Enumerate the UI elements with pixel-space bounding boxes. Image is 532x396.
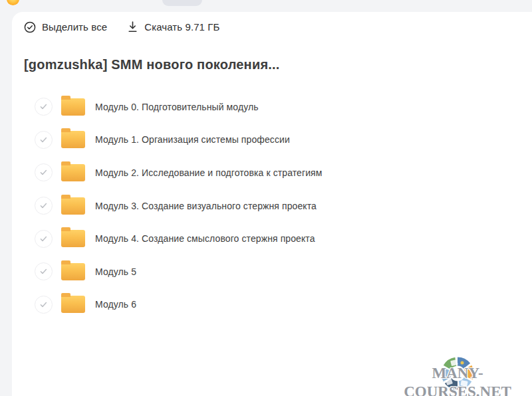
folder-name: Модуль 1. Организация системы профессии	[95, 134, 290, 145]
download-button[interactable]: Скачать 9.71 ГБ	[127, 21, 219, 33]
folder-name: Модуль 2. Исследование и подготовка к ст…	[95, 167, 323, 178]
download-label: Скачать 9.71 ГБ	[144, 21, 219, 33]
check-icon	[39, 234, 49, 244]
folder-name: Модуль 6	[95, 299, 136, 310]
folder-name: Модуль 5	[95, 266, 136, 277]
select-all-label: Выделить все	[42, 21, 107, 33]
row-checkbox[interactable]	[35, 98, 53, 116]
page-title: [gomzushka] SMM нового поколения...	[24, 57, 280, 72]
folder-row[interactable]: Модуль 2. Исследование и подготовка к ст…	[12, 156, 532, 189]
folder-row[interactable]: Модуль 4. Создание смыслового стержня пр…	[12, 222, 532, 255]
folder-icon	[61, 131, 85, 148]
folder-icon	[61, 98, 85, 116]
check-icon	[39, 201, 49, 211]
toolbar: Выделить все Скачать 9.71 ГБ	[24, 21, 219, 33]
folder-icon	[61, 296, 85, 313]
select-all-button[interactable]: Выделить все	[24, 21, 107, 33]
folder-icon	[61, 197, 85, 215]
folder-row[interactable]: Модуль 6	[12, 288, 532, 322]
row-checkbox[interactable]	[35, 296, 53, 314]
row-checkbox[interactable]	[35, 163, 53, 181]
folder-icon	[61, 230, 85, 247]
check-icon	[39, 167, 49, 177]
row-checkbox[interactable]	[35, 131, 53, 149]
row-checkbox[interactable]	[35, 262, 53, 280]
folder-name: Модуль 3. Создание визуального стержня п…	[95, 201, 317, 211]
folder-row[interactable]: Модуль 5	[12, 255, 532, 288]
folder-row[interactable]: Модуль 0. Подготовительный модуль	[12, 90, 532, 124]
row-checkbox[interactable]	[35, 230, 53, 248]
row-checkbox[interactable]	[35, 197, 53, 215]
folder-list: Модуль 0. Подготовительный модуль Модуль…	[12, 90, 532, 321]
check-icon	[39, 102, 49, 112]
check-icon	[39, 135, 49, 145]
content-panel: Выделить все Скачать 9.71 ГБ [gomzushka]…	[12, 12, 532, 396]
folder-name: Модуль 4. Создание смыслового стержня пр…	[95, 233, 315, 244]
check-icon	[39, 300, 49, 310]
folder-name: Модуль 0. Подготовительный модуль	[95, 102, 259, 112]
brand-dot-icon	[7, 0, 19, 5]
folder-row[interactable]: Модуль 3. Создание визуального стержня п…	[12, 189, 532, 223]
check-icon	[39, 266, 49, 276]
folder-icon	[61, 164, 85, 181]
top-pill-decoration	[162, 0, 202, 6]
download-icon	[127, 21, 138, 33]
check-circle-icon	[24, 21, 36, 33]
folder-icon	[61, 263, 85, 280]
folder-row[interactable]: Модуль 1. Организация системы профессии	[12, 124, 532, 157]
